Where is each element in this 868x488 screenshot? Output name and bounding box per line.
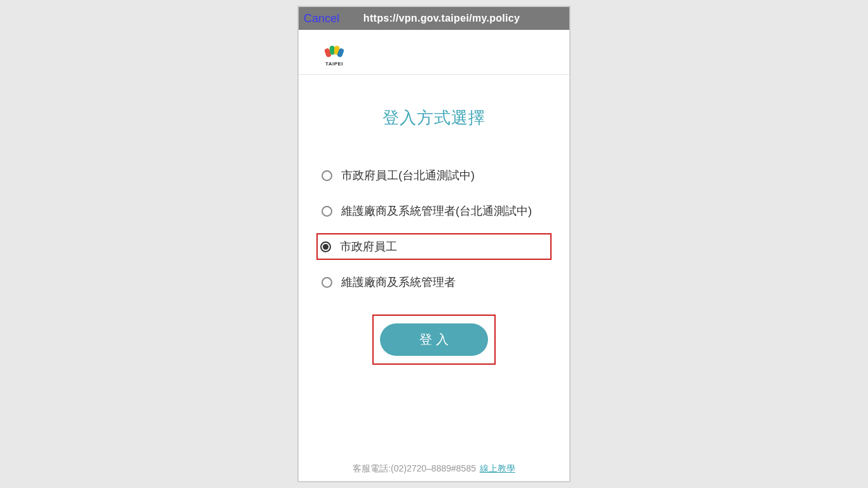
radio-option-city-employee-taipeipass-test[interactable]: 市政府員工(台北通測試中) — [320, 165, 548, 186]
radio-label: 維護廠商及系統管理者 — [341, 274, 456, 290]
radio-label: 市政府員工 — [340, 238, 397, 255]
radio-option-city-employee[interactable]: 市政府員工 — [316, 233, 552, 260]
address-bar-url: https://vpn.gov.taipei/my.policy — [316, 13, 567, 24]
login-method-radio-group: 市政府員工(台北通測試中) 維護廠商及系統管理者(台北通測試中) 市政府員工 維… — [315, 165, 553, 293]
page-title: 登入方式選擇 — [315, 107, 553, 129]
radio-icon — [322, 170, 332, 181]
support-phone-text: 客服電話:(02)2720–8889#8585 — [353, 463, 476, 473]
radio-icon — [320, 241, 331, 252]
radio-icon — [322, 206, 332, 217]
radio-label: 維護廠商及系統管理者(台北通測試中) — [341, 203, 532, 219]
radio-label: 市政府員工(台北通測試中) — [341, 167, 475, 184]
logo-text: TAIPEI — [325, 61, 343, 67]
taipei-logo-icon: TAIPEI — [322, 41, 347, 67]
online-tutorial-link[interactable]: 線上教學 — [480, 463, 515, 473]
radio-icon — [322, 277, 332, 288]
phone-frame: Cancel https://vpn.gov.taipei/my.policy … — [297, 6, 571, 482]
browser-topbar: Cancel https://vpn.gov.taipei/my.policy — [299, 7, 569, 30]
login-button[interactable]: 登入 — [380, 323, 488, 356]
footer: 客服電話:(02)2720–8889#8585 線上教學 — [299, 457, 569, 481]
main-content: 登入方式選擇 市政府員工(台北通測試中) 維護廠商及系統管理者(台北通測試中) … — [299, 75, 569, 457]
radio-option-vendor-admin-taipeipass-test[interactable]: 維護廠商及系統管理者(台北通測試中) — [320, 200, 548, 222]
login-button-highlight: 登入 — [372, 315, 496, 365]
logo-area: TAIPEI — [299, 30, 569, 75]
radio-option-vendor-admin[interactable]: 維護廠商及系統管理者 — [320, 271, 548, 293]
login-button-wrap: 登入 — [315, 315, 553, 365]
